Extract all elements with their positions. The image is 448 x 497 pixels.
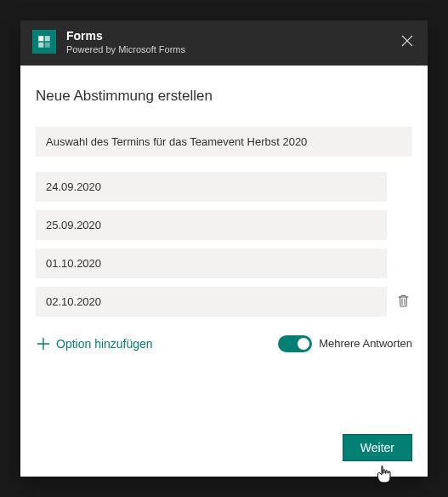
option-input[interactable] (36, 210, 387, 240)
close-button[interactable] (397, 31, 417, 51)
svg-rect-2 (38, 43, 43, 48)
modal-footer: Weiter (36, 417, 412, 461)
controls-row: Option hinzufügen Mehrere Antworten (36, 334, 412, 354)
add-option-button[interactable]: Option hinzufügen (36, 334, 155, 354)
option-row (36, 210, 412, 240)
delete-option-button[interactable] (394, 292, 412, 311)
toggle-knob (298, 338, 309, 350)
option-row (36, 172, 412, 202)
close-icon (401, 35, 413, 47)
poll-question-input[interactable] (36, 127, 412, 157)
forms-app-icon (32, 30, 56, 54)
multi-answer-group: Mehrere Antworten (278, 335, 412, 352)
option-input[interactable] (36, 248, 387, 278)
app-title: Forms (66, 29, 185, 43)
header-text: Forms Powered by Microsoft Forms (66, 29, 185, 55)
option-input[interactable] (36, 172, 387, 202)
modal-header: Forms Powered by Microsoft Forms (20, 20, 428, 66)
svg-rect-1 (45, 37, 50, 42)
app-subtitle: Powered by Microsoft Forms (66, 44, 185, 55)
next-button[interactable]: Weiter (343, 434, 412, 461)
add-option-label: Option hinzufügen (56, 337, 153, 351)
plus-icon (37, 338, 49, 350)
trash-icon (397, 294, 410, 308)
multi-answer-toggle[interactable] (278, 335, 312, 352)
option-input[interactable] (36, 287, 387, 317)
option-row (36, 248, 412, 278)
forms-modal: Forms Powered by Microsoft Forms Neue Ab… (20, 20, 428, 477)
options-list (36, 172, 412, 325)
option-row (36, 287, 412, 317)
svg-rect-3 (45, 43, 50, 48)
page-title: Neue Abstimmung erstellen (36, 88, 412, 105)
svg-rect-0 (38, 37, 43, 42)
modal-content: Neue Abstimmung erstellen Option hinzufü… (20, 66, 428, 477)
multi-answer-label: Mehrere Antworten (319, 337, 412, 350)
